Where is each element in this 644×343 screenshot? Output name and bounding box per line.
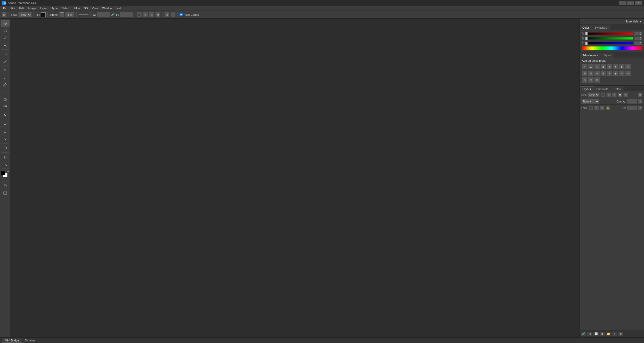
opacity-arrow-btn[interactable]: ▾ <box>638 99 642 104</box>
fill-value-input[interactable] <box>627 106 637 110</box>
eraser-tool[interactable] <box>1 96 10 102</box>
align-edges-checkbox[interactable]: Align Edges <box>180 13 199 16</box>
levels-btn[interactable]: ▲ <box>588 64 594 69</box>
brush-tool[interactable] <box>1 74 10 81</box>
menu-item-select[interactable]: Select <box>60 6 72 10</box>
align-edges-check-input[interactable] <box>180 13 183 16</box>
r-channel-slider[interactable] <box>585 33 633 35</box>
menu-item-ps[interactable]: Ps <box>1 6 9 10</box>
smart-layer-filter-btn[interactable]: ⊛ <box>623 92 628 97</box>
menu-item-edit[interactable]: Edit <box>17 6 26 10</box>
kind-filter-select[interactable]: Kind <box>588 92 600 97</box>
adjustment-layer-filter-btn[interactable]: ◑ <box>606 92 611 97</box>
huesat-btn[interactable]: ▼ <box>613 64 618 69</box>
adj-extra-btn-3[interactable]: ⊟ <box>594 77 600 83</box>
lasso-tool[interactable] <box>1 34 10 41</box>
adj-extra-btn-1[interactable]: ⊝ <box>582 77 588 83</box>
filter-toggle-btn[interactable]: ◉ <box>638 92 642 97</box>
menu-item-filter[interactable]: Filter <box>72 6 82 10</box>
quick-mask-btn[interactable] <box>1 182 10 189</box>
color-spectrum-bar[interactable] <box>582 46 642 50</box>
opacity-value-input[interactable] <box>627 99 637 104</box>
timeline-tab[interactable]: Timeline <box>22 338 38 343</box>
filter-toggle-icon-btn[interactable]: ◉ <box>638 92 642 97</box>
colorlookup-btn[interactable]: ✦ <box>594 70 600 76</box>
eyedropper-tool[interactable] <box>1 58 10 65</box>
shape-mode-select[interactable]: Shap Path Pixels <box>18 12 32 17</box>
b-channel-slider[interactable] <box>585 42 633 44</box>
stroke-size-input[interactable] <box>65 12 75 17</box>
threshold-btn[interactable]: ◈ <box>613 70 618 76</box>
vibrance-btn[interactable]: ◐ <box>607 64 612 69</box>
exposure-btn[interactable]: ◑ <box>600 64 606 69</box>
lock-position-btn[interactable]: ✏ <box>594 106 599 110</box>
colorbalance-btn[interactable]: ◆ <box>619 64 625 69</box>
screen-mode-btn[interactable] <box>1 190 10 196</box>
tool-presets-icon[interactable]: ▤ <box>2 12 7 17</box>
posterize-btn[interactable]: ⊡ <box>607 70 612 76</box>
zoom-tool[interactable] <box>1 161 10 167</box>
delete-layer-btn[interactable]: 🗑 <box>618 331 624 337</box>
layer-adjustment-btn[interactable]: ◑ <box>599 331 605 337</box>
path-align-icon[interactable]: ⊡ <box>164 12 169 17</box>
path-selection-tool[interactable] <box>1 135 10 142</box>
menu-item-help[interactable]: Help <box>114 6 124 10</box>
quick-select-tool[interactable] <box>1 42 10 48</box>
menu-item-3d[interactable]: 3D <box>82 6 90 10</box>
swap-colors-icon[interactable]: ⇆ <box>7 170 9 173</box>
path-ops-icon-2[interactable]: ⊞ <box>143 12 148 17</box>
layer-group-btn[interactable]: 📁 <box>606 331 611 337</box>
history-brush-tool[interactable] <box>1 89 10 95</box>
crop-tool[interactable] <box>1 51 10 57</box>
menu-item-image[interactable]: Image <box>26 6 38 10</box>
gradient-tool[interactable] <box>1 103 10 110</box>
w-input[interactable] <box>97 12 110 17</box>
minimize-button[interactable]: ─ <box>619 1 626 5</box>
menu-item-window[interactable]: Window <box>100 6 114 10</box>
bw-btn[interactable]: ≋ <box>625 64 631 69</box>
dodge-tool[interactable] <box>1 112 10 119</box>
path-ops-icon-4[interactable]: ⊠ <box>155 12 160 17</box>
gradient-map-btn[interactable]: ⊛ <box>619 70 625 76</box>
paths-tab[interactable]: Paths <box>611 86 624 91</box>
adjustments-tab[interactable]: Adjustments <box>580 53 601 58</box>
channels-tab[interactable]: Channels <box>594 86 611 91</box>
layer-fx-btn[interactable]: fx <box>587 331 593 337</box>
essentials-button[interactable]: Essentials ▼ <box>625 20 642 23</box>
brightness-contrast-btn[interactable]: ☀ <box>582 64 588 69</box>
pixel-layer-filter-btn[interactable]: ⬛ <box>601 92 605 97</box>
menu-item-file[interactable]: File <box>9 6 17 10</box>
maximize-button[interactable]: □ <box>627 1 634 5</box>
path-ops-icon-3[interactable]: ⊟ <box>149 12 154 17</box>
selective-color-btn[interactable]: ⊜ <box>625 70 631 76</box>
invert-btn[interactable]: ⊠ <box>600 70 606 76</box>
close-button[interactable]: ✕ <box>635 1 642 5</box>
curves-btn[interactable]: ∿ <box>594 64 600 69</box>
move-tool[interactable] <box>1 20 10 27</box>
menu-item-layer[interactable]: Layer <box>38 6 50 10</box>
lock-all-btn[interactable]: 🔒 <box>606 106 610 110</box>
b-channel-value[interactable] <box>634 41 642 45</box>
foreground-color-swatch[interactable] <box>1 171 5 175</box>
color-tab[interactable]: Color <box>580 25 592 30</box>
menu-item-view[interactable]: View <box>90 6 100 10</box>
shape-layer-filter-btn[interactable]: ⬟ <box>618 92 622 97</box>
photofilter-btn[interactable]: ⊞ <box>582 70 588 76</box>
type-layer-filter-btn[interactable]: T <box>612 92 617 97</box>
r-channel-value[interactable] <box>634 31 642 36</box>
path-ops-icon-1[interactable]: ⬛ <box>137 12 142 17</box>
adj-extra-btn-2[interactable]: ⊞ <box>588 77 594 83</box>
lock-move-btn[interactable]: ✚ <box>600 106 605 110</box>
clone-stamp-tool[interactable] <box>1 81 10 88</box>
pen-tool[interactable] <box>1 121 10 128</box>
styles-tab[interactable]: Styles <box>601 53 614 58</box>
g-channel-slider[interactable] <box>585 37 633 39</box>
hand-tool[interactable] <box>1 154 10 160</box>
path-arrange-icon[interactable]: ↕ <box>170 12 176 17</box>
h-input[interactable] <box>120 12 133 17</box>
blend-mode-select[interactable]: Normal Multiply Screen Overlay <box>581 99 599 104</box>
stroke-color-swatch[interactable] <box>60 12 64 17</box>
canvas-area[interactable] <box>10 19 580 337</box>
lock-pixel-btn[interactable]: ⬛ <box>589 106 593 110</box>
layers-tab[interactable]: Layers <box>580 86 594 91</box>
